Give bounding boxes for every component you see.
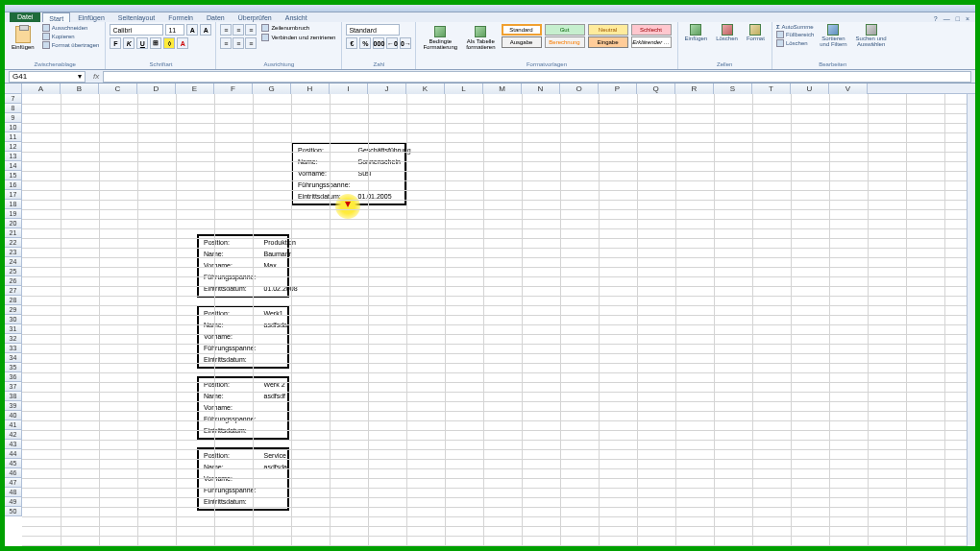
vertical-scrollbar[interactable]: [967, 94, 975, 546]
merge-button[interactable]: Verbinden und zentrieren: [259, 34, 337, 41]
col-header[interactable]: E: [176, 84, 214, 94]
row-header[interactable]: 31: [5, 324, 22, 334]
tab-review[interactable]: Überprüfen: [233, 12, 278, 22]
col-header[interactable]: D: [137, 84, 176, 94]
underline-button[interactable]: U: [136, 37, 148, 49]
thousands-button[interactable]: 000: [373, 37, 384, 49]
row-header[interactable]: 48: [5, 488, 22, 497]
tab-data[interactable]: Daten: [201, 12, 231, 22]
row-header[interactable]: 39: [5, 401, 22, 411]
formula-input[interactable]: [103, 71, 971, 83]
col-header[interactable]: P: [599, 84, 637, 94]
col-header[interactable]: B: [61, 84, 99, 94]
fill-color-button[interactable]: ◊: [163, 37, 175, 49]
minimize-icon[interactable]: —: [943, 15, 950, 22]
row-header[interactable]: 36: [5, 372, 22, 382]
row-header[interactable]: 37: [5, 382, 22, 392]
row-header[interactable]: 18: [5, 200, 22, 209]
align-bottom[interactable]: ≡: [245, 24, 257, 36]
row-header[interactable]: 35: [5, 363, 22, 372]
tab-start[interactable]: Start: [42, 12, 70, 22]
col-header[interactable]: J: [368, 84, 406, 94]
row-header[interactable]: 34: [5, 353, 22, 363]
col-header[interactable]: K: [406, 84, 445, 94]
italic-button[interactable]: K: [123, 37, 135, 49]
bold-button[interactable]: F: [110, 37, 121, 49]
paste-button[interactable]: Einfügen: [9, 24, 37, 52]
row-header[interactable]: 24: [5, 257, 22, 267]
fill-button[interactable]: Füllbereich: [776, 31, 814, 38]
col-header[interactable]: I: [330, 84, 368, 94]
col-header[interactable]: R: [675, 84, 714, 94]
select-all-corner[interactable]: [5, 84, 22, 94]
insert-cells-button[interactable]: Einfügen: [682, 24, 711, 41]
increase-font-button[interactable]: A: [186, 24, 198, 36]
row-header[interactable]: 28: [5, 296, 22, 305]
row-header[interactable]: 47: [5, 478, 22, 488]
col-header[interactable]: S: [714, 84, 752, 94]
row-header[interactable]: 12: [5, 142, 22, 152]
row-header[interactable]: 22: [5, 238, 22, 248]
style-berechnung[interactable]: Berechnung: [545, 36, 585, 48]
row-header[interactable]: 41: [5, 420, 22, 430]
row-header[interactable]: 17: [5, 190, 22, 200]
sort-filter-button[interactable]: Sortieren und Filtern: [817, 24, 849, 47]
row-header[interactable]: 46: [5, 468, 22, 478]
name-box[interactable]: G41▾: [9, 71, 86, 83]
style-ausgabe[interactable]: Ausgabe: [502, 36, 542, 48]
col-header[interactable]: A: [22, 84, 61, 94]
row-header[interactable]: 40: [5, 411, 22, 420]
row-header[interactable]: 13: [5, 152, 22, 161]
col-header[interactable]: L: [445, 84, 483, 94]
border-button[interactable]: ⊞: [150, 37, 161, 49]
row-header[interactable]: 27: [5, 286, 22, 296]
align-top[interactable]: ≡: [220, 24, 232, 36]
close-icon[interactable]: ×: [966, 15, 969, 22]
style-standard[interactable]: Standard: [502, 24, 542, 36]
row-header[interactable]: 45: [5, 459, 22, 468]
row-header[interactable]: 8: [5, 104, 22, 113]
row-header[interactable]: 49: [5, 497, 22, 507]
row-header[interactable]: 9: [5, 113, 22, 123]
row-header[interactable]: 29: [5, 305, 22, 315]
row-header[interactable]: 50: [5, 507, 22, 516]
currency-button[interactable]: €: [346, 37, 357, 49]
format-table-button[interactable]: Als Tabelle formatieren: [463, 24, 498, 52]
style-erkl[interactable]: Erklärender …: [631, 36, 672, 48]
align-center[interactable]: ≡: [233, 37, 244, 49]
row-header[interactable]: 20: [5, 219, 22, 228]
maximize-icon[interactable]: □: [956, 15, 960, 22]
col-header[interactable]: U: [791, 84, 829, 94]
row-header[interactable]: 16: [5, 180, 22, 190]
row-header[interactable]: 42: [5, 430, 22, 440]
tab-file[interactable]: Datei: [10, 12, 40, 22]
format-painter-button[interactable]: Format übertragen: [40, 41, 102, 49]
col-header[interactable]: M: [483, 84, 522, 94]
col-header[interactable]: O: [560, 84, 599, 94]
row-header[interactable]: 23: [5, 248, 22, 257]
tab-formulas[interactable]: Formeln: [162, 12, 199, 22]
row-header[interactable]: 32: [5, 334, 22, 344]
col-header[interactable]: G: [253, 84, 291, 94]
clear-button[interactable]: Löschen: [776, 39, 814, 47]
col-header[interactable]: T: [752, 84, 791, 94]
row-header[interactable]: 33: [5, 344, 22, 353]
row-header[interactable]: 30: [5, 315, 22, 324]
row-header[interactable]: 19: [5, 209, 22, 219]
row-header[interactable]: 21: [5, 228, 22, 238]
decimal-dec-button[interactable]: 0→: [400, 37, 411, 49]
style-schlecht[interactable]: Schlecht: [631, 24, 672, 36]
col-header[interactable]: F: [214, 84, 253, 94]
row-header[interactable]: 10: [5, 123, 22, 132]
number-format-combo[interactable]: Standard: [346, 24, 400, 36]
tab-layout[interactable]: Seitenlayout: [112, 12, 161, 22]
wrap-text-button[interactable]: Zeilenumbruch: [259, 24, 337, 32]
style-eingabe[interactable]: Eingabe: [588, 36, 628, 48]
row-header[interactable]: 44: [5, 449, 22, 459]
find-select-button[interactable]: Suchen und Auswählen: [853, 24, 890, 47]
row-header[interactable]: 43: [5, 440, 22, 449]
fx-icon[interactable]: fx: [89, 72, 103, 81]
style-gut[interactable]: Gut: [545, 24, 585, 36]
align-middle[interactable]: ≡: [233, 24, 244, 36]
row-header[interactable]: 25: [5, 267, 22, 276]
